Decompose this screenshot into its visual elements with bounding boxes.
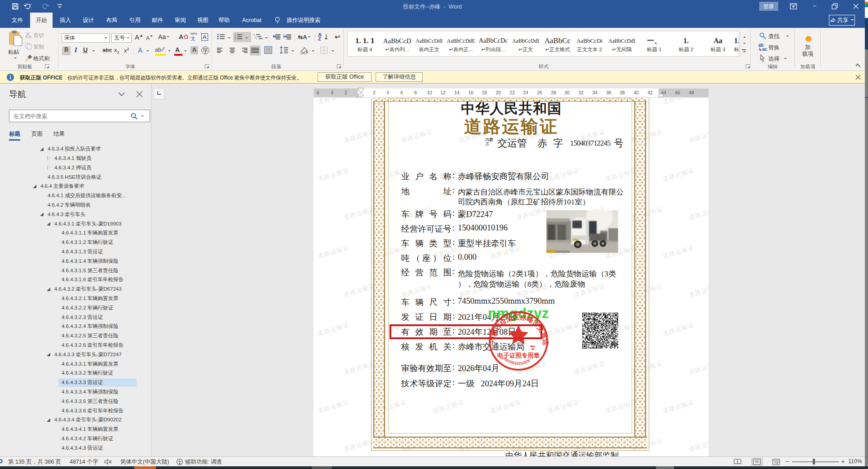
svg-text:3: 3 [235,37,236,40]
svg-text:i: i [257,38,257,40]
